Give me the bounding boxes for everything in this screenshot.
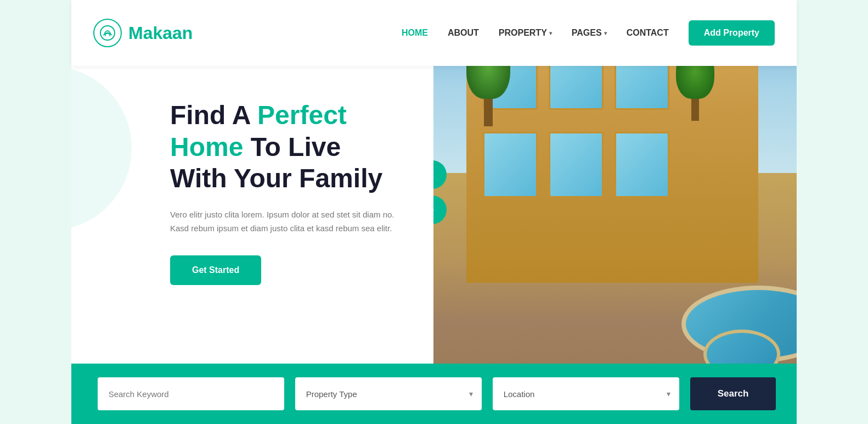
nav-about-label: ABOUT [448, 28, 479, 38]
hero-content: Find A Perfect Home To Live With Your Fa… [170, 99, 401, 285]
property-type-select-wrap: Property Type House Apartment Villa Comm… [295, 377, 482, 410]
search-bar: Property Type House Apartment Villa Comm… [71, 364, 797, 424]
carousel-controls: ‹ › [433, 160, 447, 224]
keyword-input-wrap [98, 377, 284, 410]
property-chevron-icon: ▾ [549, 30, 552, 36]
tree-trunk-right [691, 99, 699, 121]
get-started-button[interactable]: Get Started [170, 255, 261, 285]
nav-about[interactable]: ABOUT [448, 28, 479, 38]
side-panel-left [0, 0, 71, 424]
location-select[interactable]: Location New York Los Angeles Chicago Ho… [493, 377, 679, 410]
logo-area: Makaan [93, 19, 193, 47]
tree-trunk-left [484, 99, 493, 126]
nav-home-label: HOME [402, 28, 428, 38]
location-select-wrap: Location New York Los Angeles Chicago Ho… [493, 377, 679, 410]
navbar: Makaan HOME ABOUT PROPERTY ▾ PAGES ▾ CON… [71, 0, 797, 66]
nav-property-label: PROPERTY [499, 28, 547, 38]
carousel-prev-button[interactable]: ‹ [433, 160, 447, 189]
nav-contact[interactable]: CONTACT [627, 28, 669, 38]
window-5 [549, 132, 604, 198]
nav-pages[interactable]: PAGES ▾ [572, 28, 607, 38]
svg-point-1 [106, 30, 109, 32]
carousel-next-button[interactable]: › [433, 196, 447, 224]
hero-subtitle: Vero elitr justo clita lorem. Ipsum dolo… [170, 208, 401, 236]
nav-home[interactable]: HOME [402, 28, 428, 38]
brand-name: Makaan [128, 23, 193, 43]
pages-chevron-icon: ▾ [604, 30, 607, 36]
logo-icon [93, 19, 122, 47]
nav-contact-label: CONTACT [627, 28, 669, 38]
add-property-button[interactable]: Add Property [689, 20, 775, 46]
window-6 [615, 132, 669, 198]
property-type-select[interactable]: Property Type House Apartment Villa Comm… [295, 377, 482, 410]
search-button[interactable]: Search [690, 377, 776, 410]
side-panel-right [797, 0, 868, 424]
hero-title-part1: Find A [170, 101, 257, 130]
nav-pages-label: PAGES [572, 28, 602, 38]
hero-title: Find A Perfect Home To Live With Your Fa… [170, 99, 401, 194]
nav-links: HOME ABOUT PROPERTY ▾ PAGES ▾ CONTACT Ad… [402, 20, 775, 46]
nav-property[interactable]: PROPERTY ▾ [499, 28, 552, 38]
window-4 [483, 132, 538, 198]
search-keyword-input[interactable] [98, 377, 284, 410]
